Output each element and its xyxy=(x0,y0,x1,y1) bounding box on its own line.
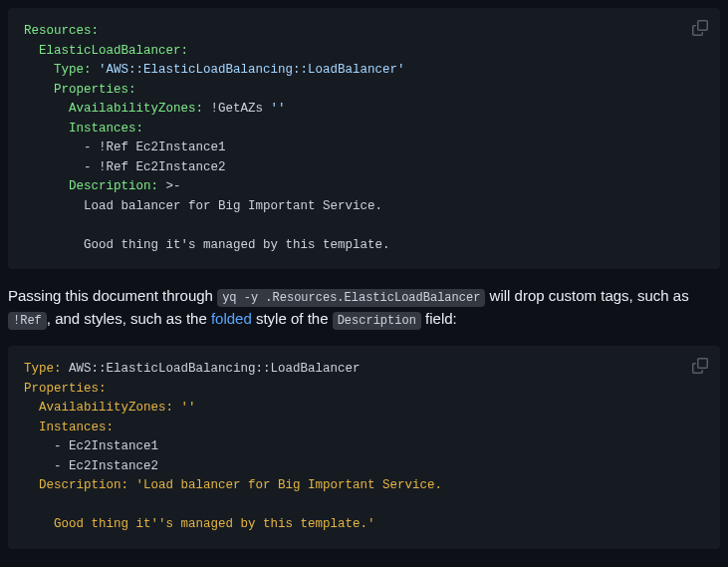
code-token: Ec2Instance1 xyxy=(69,439,158,453)
code-token: Good thing it's managed by this template… xyxy=(84,238,390,252)
code-block-2: Type: AWS::ElasticLoadBalancing::LoadBal… xyxy=(8,346,720,549)
code-token: !Ref xyxy=(99,141,128,154)
text: style of the xyxy=(252,310,333,327)
code-token: Load balancer for Big Important Service. xyxy=(84,199,382,213)
text: will drop custom tags, such as xyxy=(485,287,688,304)
code-token: Ec2Instance2 xyxy=(136,160,226,174)
code-block-1: Resources: ElasticLoadBalancer: Type: 'A… xyxy=(8,8,720,269)
code-token: Type: xyxy=(54,63,92,77)
copy-button[interactable] xyxy=(688,354,712,378)
paragraph: Passing this document through yq -y .Res… xyxy=(8,285,720,330)
code-token: !Ref xyxy=(99,160,128,174)
text: Passing this document through xyxy=(8,287,217,304)
code-token: >- xyxy=(166,179,181,193)
code-token: Instances: xyxy=(39,421,114,434)
code-token: Resources: xyxy=(24,24,99,38)
code-token: 'AWS::ElasticLoadBalancing::LoadBalancer… xyxy=(99,63,405,77)
code-token: Description: xyxy=(69,179,158,193)
text: field: xyxy=(421,310,457,327)
folded-link[interactable]: folded xyxy=(211,310,252,327)
code-token: Properties: xyxy=(24,382,107,396)
code-token: 's managed by this template.' xyxy=(158,517,375,531)
code-token: !GetAZs xyxy=(211,102,264,116)
copy-icon xyxy=(692,358,708,374)
code-token: ElasticLoadBalancer: xyxy=(39,44,188,58)
inline-code-ref: !Ref xyxy=(8,312,47,330)
code-token: '' xyxy=(271,102,286,116)
code-token: Description: xyxy=(39,478,128,492)
copy-button[interactable] xyxy=(688,16,712,40)
code-token: Ec2Instance1 xyxy=(136,141,226,154)
code-content: Type: AWS::ElasticLoadBalancing::LoadBal… xyxy=(24,360,704,535)
code-token: AvailabilityZones: xyxy=(39,401,173,415)
code-token: Properties: xyxy=(54,83,136,97)
code-token: AvailabilityZones: xyxy=(69,102,203,116)
code-token: Type: xyxy=(24,362,62,376)
code-token: '' xyxy=(181,401,196,415)
text: , and styles, such as the xyxy=(47,310,211,327)
code-token: Good thing it' xyxy=(24,517,158,531)
code-token: AWS::ElasticLoadBalancing::LoadBalancer xyxy=(69,362,361,376)
copy-icon xyxy=(692,20,708,36)
code-content: Resources: ElasticLoadBalancer: Type: 'A… xyxy=(24,22,704,255)
inline-code-command: yq -y .Resources.ElasticLoadBalancer xyxy=(217,289,485,307)
code-token: Ec2Instance2 xyxy=(69,459,158,473)
inline-code-description: Description xyxy=(333,312,421,330)
code-token: 'Load balancer for Big Important Service… xyxy=(136,478,443,492)
code-token: Instances: xyxy=(69,122,143,136)
